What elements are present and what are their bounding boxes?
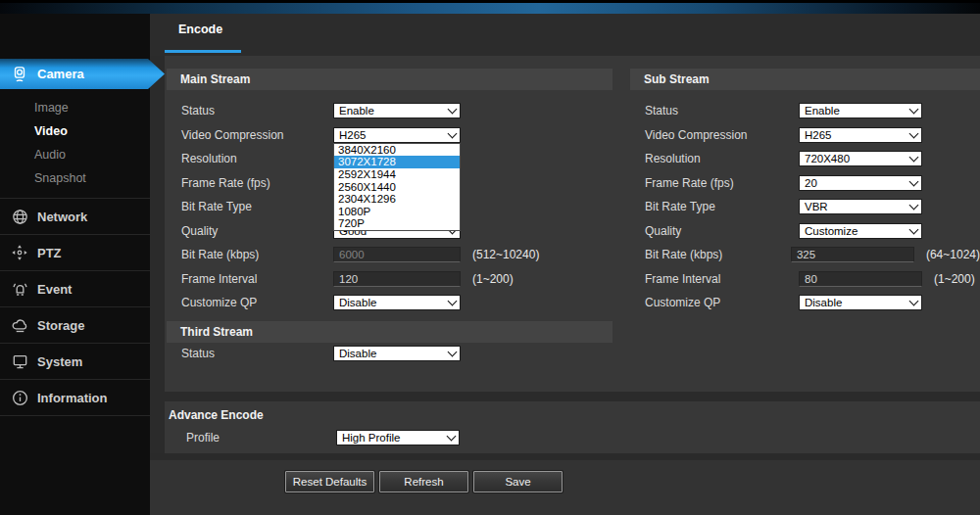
chevron-down-icon (448, 128, 458, 138)
dropdown-option[interactable]: 3840X2160 (334, 144, 460, 157)
top-blue-gradient-bar (0, 3, 980, 14)
chevron-down-icon (909, 176, 919, 186)
main-customize-qp-row: Customize QP Disable (181, 291, 612, 315)
main-customize-qp-select[interactable]: Disable (333, 295, 461, 310)
sub-status-row: Status Enable (645, 99, 980, 123)
third-status-select[interactable]: Disable (333, 346, 461, 361)
field-label: Bit Rate Type (645, 200, 799, 213)
sidebar-divider (0, 415, 150, 416)
field-label: Bit Rate (kbps) (645, 248, 791, 261)
sub-stream-header: Sub Stream (630, 69, 980, 90)
field-label: Status (645, 104, 799, 117)
field-label: Bit Rate Type (181, 200, 333, 213)
sidebar-item-label: PTZ (37, 246, 62, 260)
sidebar-item-label: Event (37, 282, 72, 297)
chevron-down-icon (909, 105, 919, 115)
footer (150, 460, 980, 515)
tab-encode[interactable]: Encode (178, 23, 222, 36)
main-status-select[interactable]: Enable (333, 103, 461, 118)
dropdown-option[interactable]: 2560X1440 (334, 181, 460, 194)
ptz-icon (9, 243, 30, 262)
sidebar-item-ptz[interactable]: PTZ (0, 234, 150, 270)
sidebar-item-snapshot[interactable]: Snapshot (0, 166, 150, 190)
sub-stream-form: Status Enable Video Compression H265 Res… (645, 99, 980, 315)
sidebar-item-label: Camera (37, 67, 84, 81)
field-label: Profile (186, 431, 336, 445)
field-label: Status (181, 104, 333, 117)
field-label: Frame Interval (181, 272, 333, 286)
chevron-down-icon (448, 105, 458, 115)
main-stream-form: Status Enable Video Compression H265 384… (181, 99, 612, 315)
sidebar-item-information[interactable]: Information (0, 379, 150, 415)
chevron-down-icon (909, 153, 919, 163)
range-hint: (512~10240) (472, 248, 539, 261)
chevron-down-icon (448, 348, 458, 357)
sidebar-item-label: Storage (37, 318, 84, 333)
sub-quality-select[interactable]: Customize (799, 223, 922, 239)
main-video-compression-row: Video Compression H265 3840X2160 3072X17… (181, 123, 612, 148)
main-video-compression-select[interactable]: H265 3840X2160 3072X1728 2592X1944 2560X… (333, 127, 461, 143)
main-bit-rate-input[interactable] (333, 247, 461, 262)
computer-icon (9, 351, 30, 371)
sidebar-item-storage[interactable]: Storage (0, 306, 150, 343)
sub-bit-rate-input[interactable] (791, 247, 914, 262)
dropdown-option[interactable]: 2592X1944 (334, 168, 460, 181)
sidebar-item-system[interactable]: System (0, 343, 150, 379)
alarm-bell-icon (9, 279, 30, 299)
network-icon (9, 207, 30, 226)
reset-defaults-button[interactable]: Reset Defaults (285, 471, 374, 492)
field-label: Video Compression (181, 128, 333, 142)
field-label: Bit Rate (kbps) (181, 248, 333, 261)
sub-bit-rate-type-row: Bit Rate Type VBR (645, 195, 980, 219)
main-stream-header: Main Stream (167, 69, 612, 90)
sidebar-item-label: Information (37, 391, 108, 405)
field-label: Quality (181, 224, 333, 238)
sidebar-item-image[interactable]: Image (0, 96, 150, 119)
sidebar-item-video[interactable]: Video (0, 119, 150, 143)
field-label: Resolution (645, 152, 799, 165)
sidebar-item-network[interactable]: Network (0, 198, 150, 234)
refresh-button[interactable]: Refresh (379, 471, 468, 492)
cloud-storage-icon (9, 315, 30, 335)
sidebar: Camera Image Video Audio Snapshot Networ… (0, 14, 150, 515)
footer-divider (150, 453, 980, 460)
chevron-down-icon (447, 432, 457, 442)
dropdown-option[interactable]: 720P (334, 217, 460, 230)
sub-video-compression-row: Video Compression H265 (645, 123, 980, 148)
sub-resolution-select[interactable]: 720X480 (799, 151, 922, 166)
sidebar-item-event[interactable]: Event (0, 270, 150, 306)
sub-bit-rate-type-select[interactable]: VBR (799, 199, 922, 214)
third-status-row: Status Disable (181, 342, 612, 366)
profile-row: Profile High Profile (186, 426, 617, 450)
field-label: Frame Interval (645, 272, 799, 286)
sub-frame-interval-input[interactable] (799, 271, 922, 287)
save-button[interactable]: Save (473, 471, 563, 492)
chevron-down-icon (448, 297, 458, 306)
sidebar-item-camera[interactable]: Camera (0, 59, 173, 89)
sidebar-item-audio[interactable]: Audio (0, 143, 150, 166)
camera-submenu: Image Video Audio Snapshot (0, 89, 150, 198)
advance-encode-title: Advance Encode (169, 408, 264, 422)
tab-active-underline (165, 50, 241, 53)
main-area: Encode Main Stream Sub Stream Third Stre… (150, 14, 980, 515)
chevron-down-icon (909, 224, 919, 234)
sub-resolution-row: Resolution 720X480 (645, 147, 980, 171)
sub-customize-qp-select[interactable]: Disable (799, 295, 922, 310)
main-frame-interval-row: Frame Interval (1~200) (181, 267, 612, 292)
field-label: Resolution (181, 152, 333, 165)
range-hint: (64~1024) (926, 248, 980, 261)
main-frame-interval-input[interactable] (333, 271, 461, 287)
main-bit-rate-row: Bit Rate (kbps) (512~10240) (181, 243, 612, 267)
sub-video-compression-select[interactable]: H265 (799, 127, 922, 143)
sub-frame-interval-row: Frame Interval (1~200) (645, 267, 980, 292)
profile-select[interactable]: High Profile (336, 430, 460, 445)
dropdown-option[interactable]: 2304X1296 (334, 193, 460, 206)
sub-status-select[interactable]: Enable (799, 103, 922, 118)
dropdown-option-selected[interactable]: 3072X1728 (334, 156, 460, 168)
dropdown-option[interactable]: 1080P (334, 206, 460, 218)
main-status-row: Status Enable (181, 99, 612, 123)
advance-encode-panel: Advance Encode Profile High Profile (165, 401, 980, 453)
sub-frame-rate-select[interactable]: 20 (799, 175, 922, 191)
field-label: Status (181, 347, 333, 360)
chevron-down-icon (909, 128, 919, 138)
